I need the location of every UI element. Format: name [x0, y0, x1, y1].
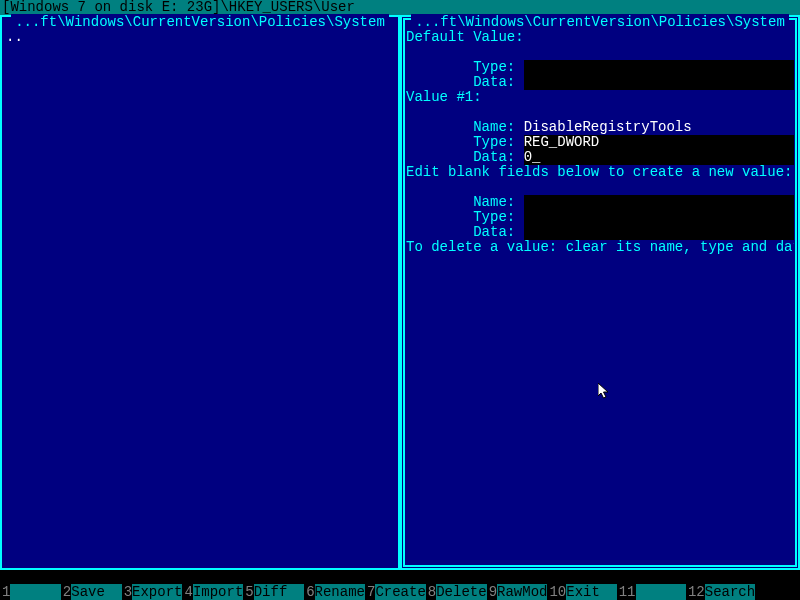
- data-label: Data:: [473, 149, 515, 165]
- name-label: Name:: [473, 194, 515, 210]
- fkey-1[interactable]: 1: [0, 585, 61, 600]
- type-label: Type:: [473, 134, 515, 150]
- name-label: Name:: [473, 119, 515, 135]
- value1-data-input[interactable]: 0_: [524, 150, 794, 165]
- fkey-7[interactable]: 7Create: [365, 585, 426, 600]
- type-label: Type:: [473, 59, 515, 75]
- window-titlebar: [Windows 7 on disk E: 23G]\HKEY_USERS\Us…: [0, 0, 800, 15]
- new-type-dropdown[interactable]: [▼]: [524, 210, 794, 225]
- value1-header: Value #1:: [406, 90, 794, 105]
- new-name-input[interactable]: [524, 195, 794, 210]
- right-panel: ...ft\Windows\CurrentVersion\Policies\Sy…: [400, 15, 800, 570]
- fkey-11[interactable]: 11: [617, 585, 686, 600]
- fkey-4[interactable]: 4Import: [182, 585, 243, 600]
- default-data-input[interactable]: [524, 75, 794, 90]
- data-label: Data:: [473, 224, 515, 240]
- new-data-input[interactable]: [524, 225, 794, 240]
- fkey-8[interactable]: 8Delete: [426, 585, 487, 600]
- default-type-dropdown[interactable]: [▼]: [524, 60, 794, 75]
- new-value-header: Edit blank fields below to create a new …: [406, 165, 794, 180]
- right-panel-title: ...ft\Windows\CurrentVersion\Policies\Sy…: [400, 15, 800, 30]
- list-item[interactable]: ..: [6, 30, 394, 45]
- type-label: Type:: [473, 209, 515, 225]
- left-panel: ...ft\Windows\CurrentVersion\Policies\Sy…: [0, 15, 400, 570]
- fkey-bar: 1 2Save 3Export 4Import 5Diff 6Rename 7C…: [0, 585, 800, 600]
- fkey-12[interactable]: 12Search: [686, 585, 755, 600]
- value1-name[interactable]: DisableRegistryTools: [524, 119, 692, 135]
- default-value-header: Default Value:: [406, 30, 794, 45]
- data-label: Data:: [473, 74, 515, 90]
- fkey-10[interactable]: 10Exit: [547, 585, 616, 600]
- delete-hint: To delete a value: clear its name, type …: [406, 240, 794, 255]
- fkey-3[interactable]: 3Export: [122, 585, 183, 600]
- left-panel-title: ...ft\Windows\CurrentVersion\Policies\Sy…: [0, 15, 400, 30]
- fkey-9[interactable]: 9RawMod: [487, 585, 548, 600]
- fkey-5[interactable]: 5Diff: [243, 585, 304, 600]
- workspace: ...ft\Windows\CurrentVersion\Policies\Sy…: [0, 15, 800, 570]
- value1-type-dropdown[interactable]: REG_DWORD[▼]: [524, 135, 794, 150]
- fkey-2[interactable]: 2Save: [61, 585, 122, 600]
- fkey-6[interactable]: 6Rename: [304, 585, 365, 600]
